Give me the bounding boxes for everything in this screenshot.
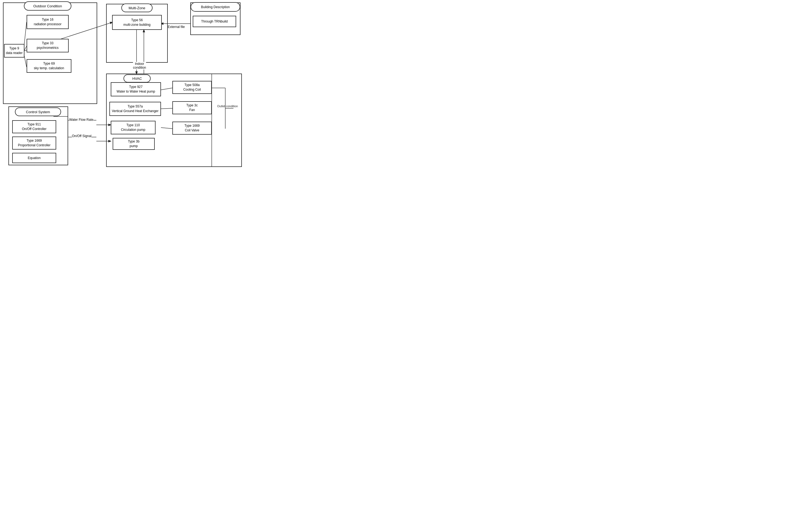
control-system-label: Control System	[15, 107, 61, 116]
type56-label: Type 56multi-zone building	[123, 18, 150, 27]
hvac-label: HVAC	[124, 74, 151, 82]
external-file-label: External file	[168, 25, 185, 29]
type33-box: Type 33psychrometrics	[27, 39, 69, 52]
diagram: Outlet condition Outdoor Condition Multi…	[0, 0, 244, 168]
svg-rect-1	[106, 4, 168, 62]
type110-label: Type 110Circulation pump	[121, 123, 145, 132]
type557a-box: Type 557aVertical Ground Heat Exchanger	[109, 102, 161, 116]
type9-box: Type 9data reader	[4, 44, 24, 57]
svg-line-14	[161, 88, 172, 90]
type911-label: Type 911On/Off Controller	[22, 122, 46, 131]
type911-box: Type 911On/Off Controller	[12, 120, 56, 133]
svg-line-16	[161, 128, 172, 129]
building-desc-label: Building Description	[191, 2, 240, 12]
type557a-label: Type 557aVertical Ground Heat Exchanger	[112, 104, 158, 113]
type16-label: Type 16radiation processor	[34, 17, 61, 27]
type1669-ctrl-box: Type 1669Proportional Controller	[12, 136, 56, 150]
type1669-coil-box: Type 1669Coil Valve	[172, 122, 212, 135]
type69-box: Type 69sky temp. calculation	[27, 59, 71, 73]
type1669-ctrl-label: Type 1669Proportional Controller	[18, 138, 50, 148]
type33-label: Type 33psychrometrics	[36, 41, 59, 50]
through-trnbuild-box: Through TRNbuild	[193, 16, 236, 27]
type1669-coil-label: Type 1669Coil Valve	[184, 124, 200, 133]
type69-label: Type 69sky temp. calculation	[34, 61, 64, 71]
water-flow-rate-label: Water Flow Rate	[69, 118, 93, 122]
outdoor-condition-label: Outdoor Condition	[24, 1, 71, 10]
on-off-signal-label: On/Off Signal	[72, 134, 92, 138]
type110-box: Type 110Circulation pump	[111, 121, 155, 134]
type3c-box: Type 3cFan	[172, 101, 212, 114]
indoor-condition-label: Indoorcondition	[133, 62, 146, 70]
equation-label: Equation	[28, 156, 41, 160]
type3b-label: Type 3bpump	[128, 139, 140, 149]
type9-label: Type 9data reader	[6, 46, 23, 55]
type16-box: Type 16radiation processor	[27, 15, 69, 29]
type3b-box: Type 3bpump	[112, 138, 155, 150]
type927-label: Type 927Water to Water Heat pump	[117, 85, 155, 94]
type56-box: Type 56multi-zone building	[112, 15, 162, 30]
equation-box: Equation	[12, 153, 56, 163]
type927-box: Type 927Water to Water Heat pump	[111, 82, 161, 96]
type508a-label: Type 508aCooling Coil	[183, 83, 201, 92]
multi-zone-label: Multi-Zone	[121, 3, 153, 12]
svg-text:Outlet condition: Outlet condition	[217, 104, 238, 108]
through-trnbuild-label: Through TRNbuild	[201, 19, 228, 24]
type3c-label: Type 3cFan	[186, 103, 198, 112]
type508a-box: Type 508aCooling Coil	[172, 81, 212, 94]
